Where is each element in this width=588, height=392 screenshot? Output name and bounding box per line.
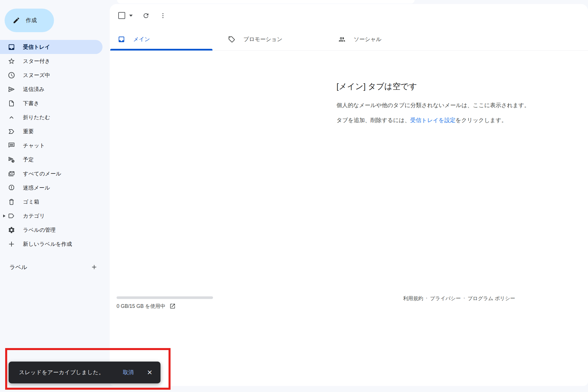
storage-section: 0 GB/15 GB を使用中	[117, 296, 213, 310]
plus-icon	[8, 240, 15, 248]
chat-icon	[8, 142, 15, 149]
sidebar-item-label: 重要	[23, 128, 34, 135]
labels-title: ラベル	[9, 263, 27, 271]
sidebar-item-label: すべてのメール	[23, 170, 61, 177]
tab-label: メイン	[133, 36, 150, 43]
compose-button[interactable]: 作成	[5, 9, 54, 32]
important-icon	[8, 128, 15, 135]
privacy-link[interactable]: プライバシー	[430, 295, 461, 302]
all-mail-icon	[8, 170, 15, 177]
terms-link[interactable]: 利用規約	[403, 295, 423, 302]
label-icon	[8, 212, 15, 220]
refresh-button[interactable]	[142, 12, 150, 19]
tab-promotions[interactable]: プロモーション	[220, 28, 330, 50]
inbox-icon	[8, 43, 15, 51]
sidebar-item-sent[interactable]: 送信済み	[0, 82, 103, 96]
sidebar-item-label: 予定	[23, 156, 34, 163]
configure-inbox-link[interactable]: 受信トレイを設定	[410, 117, 456, 123]
tab-label: ソーシャル	[354, 36, 382, 43]
sidebar-item-label: チャット	[23, 142, 45, 149]
sidebar-item-scheduled[interactable]: 予定	[0, 152, 103, 167]
sidebar-item-label: 送信済み	[23, 86, 45, 93]
sidebar-item-chat[interactable]: チャット	[0, 138, 103, 152]
undo-button[interactable]: 取消	[123, 369, 134, 376]
select-all-checkbox[interactable]	[118, 12, 125, 19]
sidebar-item-important[interactable]: 重要	[0, 124, 103, 138]
clock-icon	[8, 72, 15, 79]
chevron-up-icon	[8, 114, 15, 121]
sidebar-item-label: 迷惑メール	[23, 184, 50, 191]
sidebar-item-manage-labels[interactable]: ラベルの管理	[0, 223, 103, 237]
sidebar-item-label: 受信トレイ	[23, 43, 50, 51]
inbox-tabs: メイン プロモーション ソーシャル	[110, 28, 588, 51]
sidebar-item-label: ゴミ箱	[23, 198, 39, 205]
compose-label: 作成	[26, 17, 37, 24]
draft-icon	[8, 100, 15, 107]
send-icon	[8, 86, 15, 93]
inbox-tab-icon	[118, 36, 125, 43]
storage-usage-link[interactable]: 0 GB/15 GB を使用中	[117, 303, 213, 310]
toast-message: スレッドをアーカイブしました。	[19, 369, 104, 376]
caret-down-icon[interactable]	[129, 15, 133, 17]
sidebar-item-drafts[interactable]: 下書き	[0, 96, 103, 110]
labels-section-header: ラベル	[0, 260, 110, 274]
dot-separator: ·	[426, 295, 428, 302]
list-toolbar	[118, 12, 167, 19]
sidebar-item-starred[interactable]: スター付き	[0, 54, 103, 68]
close-icon[interactable]: ✕	[147, 369, 152, 376]
empty-state: [メイン] タブは空です 個人的なメールや他のタブに分類されないメールは、ここに…	[336, 81, 555, 124]
more-options-button[interactable]	[159, 12, 167, 19]
spam-icon	[8, 184, 15, 192]
tag-icon	[228, 36, 235, 43]
sidebar-item-label: 下書き	[23, 100, 39, 107]
sidebar-item-all-mail[interactable]: すべてのメール	[0, 167, 103, 181]
gear-icon	[8, 226, 15, 234]
scheduled-send-icon	[8, 156, 15, 163]
pencil-icon	[13, 17, 20, 24]
empty-state-title: [メイン] タブは空です	[336, 81, 555, 92]
mail-list-panel: メイン プロモーション ソーシャル [メイン] タブは空です 個人的なメールや他…	[110, 4, 588, 386]
program-policies-link[interactable]: プログラム ポリシー	[468, 295, 515, 302]
sidebar-item-create-label[interactable]: 新しいラベルを作成	[0, 237, 103, 251]
sidebar-item-inbox[interactable]: 受信トレイ	[0, 40, 102, 54]
storage-progress-bar	[117, 296, 213, 299]
open-in-new-icon	[169, 303, 176, 309]
add-label-icon[interactable]	[91, 264, 98, 271]
sidebar-item-label: スター付き	[23, 57, 50, 65]
storage-usage-text: 0 GB/15 GB を使用中	[117, 303, 165, 310]
empty-state-hint: タブを追加、削除するには、受信トレイを設定をクリックします。	[336, 116, 555, 124]
active-tab-underline	[110, 49, 212, 51]
star-icon	[8, 57, 15, 65]
sidebar-item-label: 新しいラベルを作成	[23, 240, 72, 248]
expand-arrow-icon[interactable]	[3, 215, 5, 217]
tab-label: プロモーション	[243, 36, 283, 43]
footer-links: 利用規約 · プライバシー · プログラム ポリシー	[403, 295, 515, 302]
sidebar-item-spam[interactable]: 迷惑メール	[0, 181, 103, 195]
sidebar-item-label: スヌーズ中	[23, 72, 50, 79]
hint-suffix: をクリックします。	[456, 117, 507, 123]
sidebar-nav: 受信トレイ スター付き スヌーズ中 送信済み 下書き	[0, 40, 110, 251]
sidebar-item-snoozed[interactable]: スヌーズ中	[0, 68, 103, 82]
empty-state-description: 個人的なメールや他のタブに分類されないメールは、ここに表示されます。	[336, 101, 555, 109]
sidebar-item-label: 折りたたむ	[23, 114, 50, 121]
tab-social[interactable]: ソーシャル	[330, 28, 440, 50]
search-bar-remnant	[117, 0, 415, 3]
sidebar-item-label: カテゴリ	[23, 212, 45, 219]
sidebar-item-collapse[interactable]: 折りたたむ	[0, 110, 103, 124]
hint-prefix: タブを追加、削除するには、	[336, 117, 410, 123]
trash-icon	[8, 198, 15, 206]
sidebar-item-categories[interactable]: カテゴリ	[0, 209, 103, 223]
sidebar-item-trash[interactable]: ゴミ箱	[0, 195, 103, 209]
tab-primary[interactable]: メイン	[110, 28, 220, 50]
sidebar: 作成 受信トレイ スター付き スヌーズ中 送信済み	[0, 0, 110, 392]
sidebar-item-label: ラベルの管理	[23, 226, 56, 233]
people-icon	[338, 36, 346, 43]
archive-toast: スレッドをアーカイブしました。 取消 ✕	[9, 362, 160, 383]
dot-separator: ·	[463, 295, 465, 302]
